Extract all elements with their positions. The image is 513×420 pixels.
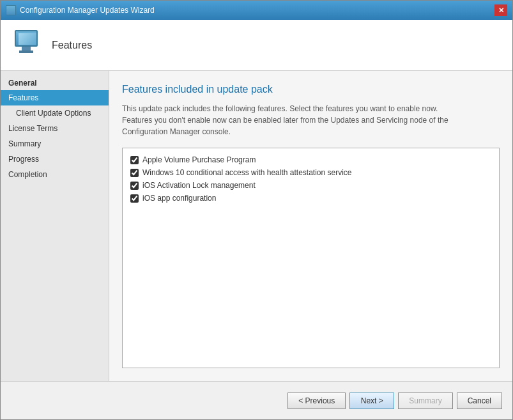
info-line2: Features you don't enable now can be ena…	[122, 116, 448, 136]
list-item: iOS Activation Lock management	[128, 179, 494, 192]
main-window: Configuration Manager Updates Wizard ✕ F…	[0, 0, 513, 420]
sidebar-item-features[interactable]: Features	[1, 90, 109, 105]
sidebar-section-general: General	[1, 76, 109, 90]
summary-button[interactable]: Summary	[398, 393, 452, 409]
list-item: Apple Volume Purchase Program	[128, 153, 494, 166]
list-item: Windows 10 conditional access with healt…	[128, 166, 494, 179]
feature-checkbox-2[interactable]	[130, 182, 139, 190]
content-area: Features included in update pack This up…	[109, 71, 512, 381]
info-text: This update pack includes the following …	[122, 103, 467, 137]
sidebar: General Features Client Update Options L…	[1, 71, 109, 381]
footer: < Previous Next > Summary Cancel	[1, 381, 512, 419]
header-icon	[11, 30, 42, 61]
sidebar-item-summary[interactable]: Summary	[1, 136, 109, 152]
previous-button[interactable]: < Previous	[287, 393, 346, 409]
feature-label-2: iOS Activation Lock management	[142, 181, 256, 190]
feature-checkbox-3[interactable]	[130, 194, 139, 203]
content-title: Features included in update pack	[122, 84, 500, 95]
sidebar-item-completion[interactable]: Completion	[1, 167, 109, 182]
sidebar-item-license[interactable]: License Terms	[1, 121, 109, 136]
cancel-button[interactable]: Cancel	[457, 393, 502, 409]
features-box: Apple Volume Purchase Program Windows 10…	[122, 148, 500, 368]
feature-label-0: Apple Volume Purchase Program	[142, 155, 256, 164]
feature-label-1: Windows 10 conditional access with healt…	[142, 168, 352, 177]
sidebar-item-progress[interactable]: Progress	[1, 152, 109, 167]
feature-checkbox-1[interactable]	[130, 169, 139, 177]
header-area: Features	[1, 20, 512, 71]
header-title: Features	[52, 40, 92, 51]
close-button[interactable]: ✕	[494, 4, 507, 16]
list-item: iOS app configuration	[128, 192, 494, 205]
title-bar-left: Configuration Manager Updates Wizard	[6, 5, 155, 15]
window-title: Configuration Manager Updates Wizard	[20, 6, 155, 15]
main-content: General Features Client Update Options L…	[1, 71, 512, 381]
feature-checkbox-0[interactable]	[130, 156, 139, 164]
next-button[interactable]: Next >	[349, 393, 394, 409]
feature-label-3: iOS app configuration	[142, 194, 216, 203]
title-bar: Configuration Manager Updates Wizard ✕	[1, 1, 512, 20]
info-line1: This update pack includes the following …	[122, 104, 438, 113]
sidebar-item-client-update[interactable]: Client Update Options	[1, 105, 109, 121]
app-icon	[6, 5, 16, 15]
